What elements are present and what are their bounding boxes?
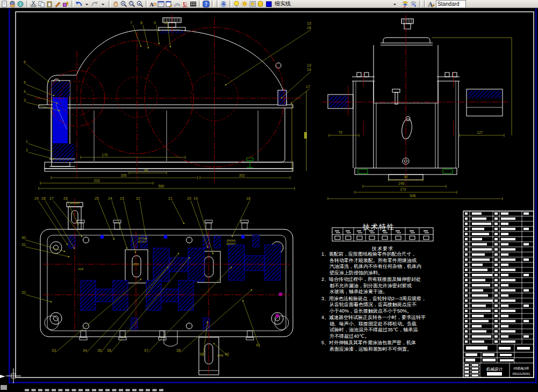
part-label: 37 bbox=[144, 349, 148, 352]
text-style-dropdown[interactable]: Standard bbox=[436, 0, 466, 8]
parts-list-cell-text bbox=[465, 274, 468, 276]
parts-list-cell-text bbox=[465, 243, 468, 245]
parts-list-cell-text bbox=[465, 315, 468, 317]
toolbar-separator bbox=[199, 1, 201, 7]
locksun-icon[interactable] bbox=[249, 1, 257, 8]
find-icon[interactable]: A bbox=[149, 1, 157, 8]
leader-line bbox=[25, 240, 64, 252]
cursor-and-statusbar bbox=[0, 368, 163, 391]
parts-list-cell-text bbox=[465, 248, 468, 250]
globe-icon[interactable] bbox=[17, 1, 25, 8]
undo-icon[interactable] bbox=[75, 1, 83, 8]
leader-line bbox=[26, 85, 54, 96]
parts-list-cell-text bbox=[472, 248, 492, 250]
part-label: 23 bbox=[120, 197, 124, 200]
dimension-text: Ø30k6 bbox=[70, 201, 80, 205]
statusbar-tick bbox=[146, 389, 150, 391]
parts-list-cell-text bbox=[472, 213, 482, 215]
technical-requirements-text: 1、装配前，应按图纸检验零件的配合尺寸， 各转动零件才能装配。所有零件用煤油或 … bbox=[321, 251, 464, 353]
cad-application-window: AU?细实线AStandard bbox=[0, 0, 538, 392]
parts-list-cell-text bbox=[465, 233, 468, 235]
help-icon[interactable]: ? bbox=[203, 1, 210, 8]
zoomwin-icon[interactable] bbox=[128, 1, 136, 8]
sq-icon[interactable] bbox=[266, 1, 273, 8]
chev-icon[interactable] bbox=[99, 1, 107, 8]
copy-icon[interactable] bbox=[38, 1, 46, 8]
statusbar-tick bbox=[38, 389, 42, 391]
parts-list-cell-text bbox=[501, 289, 515, 292]
leader-line bbox=[168, 25, 170, 47]
parts-list-cell-text bbox=[501, 253, 508, 256]
cut-icon[interactable] bbox=[30, 1, 38, 8]
parts-list-cell-text bbox=[501, 300, 515, 302]
layerdlg-icon[interactable] bbox=[157, 1, 165, 8]
atext-icon[interactable]: A bbox=[428, 1, 435, 8]
parts-list-cell-text bbox=[465, 223, 468, 225]
statusbar-tick bbox=[65, 389, 69, 391]
doc-icon[interactable] bbox=[1, 1, 9, 8]
parts-list-cell-text bbox=[501, 274, 508, 276]
statusbar-tick bbox=[126, 389, 130, 391]
parts-list-cell-text bbox=[501, 258, 515, 260]
student-number: 0511115031 bbox=[512, 372, 530, 375]
fmt-icon[interactable] bbox=[62, 1, 70, 8]
part-label: 40 bbox=[225, 352, 229, 356]
layer-dropdown-arrow[interactable] bbox=[391, 1, 399, 8]
layers-icon[interactable] bbox=[220, 1, 228, 8]
redo-icon[interactable] bbox=[91, 1, 99, 8]
part-label: 22 bbox=[136, 197, 140, 200]
leader-line bbox=[232, 201, 250, 237]
statusbar-tick bbox=[112, 389, 117, 391]
leader-line bbox=[28, 144, 52, 152]
render-icon[interactable] bbox=[174, 1, 181, 8]
part-label: 38 bbox=[176, 349, 181, 352]
statusbar-tick bbox=[153, 389, 157, 391]
chev-icon[interactable] bbox=[83, 1, 91, 8]
parts-list-cell-text bbox=[472, 340, 484, 343]
parts-list-cell-text bbox=[465, 335, 468, 337]
dimension-text: 302 bbox=[239, 173, 245, 177]
parts-list-cell-text bbox=[465, 289, 468, 292]
part-label: 32 bbox=[21, 291, 26, 294]
cyl-icon[interactable] bbox=[257, 1, 265, 8]
parts-list-cell-text bbox=[465, 279, 468, 281]
part-label: 28 bbox=[41, 197, 46, 200]
part-label: 34 bbox=[83, 349, 87, 352]
sun-icon[interactable] bbox=[241, 1, 249, 8]
parts-list-cell-text bbox=[501, 213, 508, 215]
part-label: 17 bbox=[306, 85, 310, 89]
parts-list-cell-text bbox=[465, 340, 468, 343]
part-label: 15 bbox=[307, 21, 311, 25]
leader-line bbox=[26, 64, 48, 82]
pan-icon[interactable] bbox=[112, 1, 120, 8]
brush-icon[interactable] bbox=[54, 1, 62, 8]
drawing-canvas[interactable]: 7891065431215161314171709030530220356079… bbox=[0, 9, 538, 392]
parts-list-cell-text bbox=[501, 279, 515, 281]
props-icon[interactable] bbox=[166, 1, 173, 8]
stamp-icon[interactable] bbox=[9, 1, 17, 8]
dimension-text: 273 bbox=[400, 187, 406, 191]
parts-list-cell-text bbox=[472, 300, 493, 302]
dimension-text: 90 bbox=[144, 169, 148, 172]
redu-icon[interactable]: U bbox=[182, 1, 189, 8]
parts-list-cell-text bbox=[501, 284, 508, 286]
palette-icon[interactable] bbox=[190, 1, 197, 8]
parts-list-cell-text bbox=[501, 315, 508, 317]
parts-list-cell-text bbox=[501, 268, 515, 271]
dimension-text: 79 bbox=[338, 130, 342, 134]
zoomprev-icon[interactable] bbox=[137, 1, 144, 8]
zoomrt-icon[interactable] bbox=[120, 1, 128, 8]
statusbar-tick bbox=[99, 389, 103, 391]
paste-icon[interactable] bbox=[46, 1, 54, 8]
parts-list-cell-text bbox=[472, 325, 482, 327]
current-layer-name[interactable]: 细实线 bbox=[275, 0, 291, 8]
part-label: 31 bbox=[21, 243, 26, 246]
layprev-icon[interactable] bbox=[402, 1, 410, 8]
parts-list-cell-text bbox=[472, 253, 485, 256]
statusbar-tick bbox=[132, 389, 137, 391]
parts-list-cell-text bbox=[472, 233, 489, 235]
laystate-icon[interactable] bbox=[410, 1, 418, 8]
toolbar-separator bbox=[71, 1, 74, 7]
technical-note: 1、装配前，应按图纸检验零件的配合尺寸， 各转动零件才能装配。所有零件用煤油或 … bbox=[321, 251, 464, 276]
bulb-icon[interactable] bbox=[233, 1, 241, 8]
